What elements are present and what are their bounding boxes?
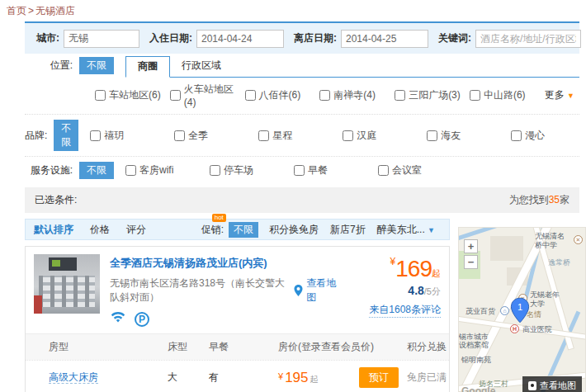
hotel-address: 无锡市南长区清名路318号（南长交警大队斜对面） xyxy=(110,276,286,305)
promo-newstore-30off[interactable]: 新店7折 xyxy=(330,223,366,237)
hotel-name-link[interactable]: 全季酒店无锡清扬路茂业店(内宾) xyxy=(110,256,338,271)
brand-option[interactable]: 禧玥 xyxy=(90,129,174,143)
option-label: 三阳广场(3) xyxy=(409,88,461,102)
header-room-type: 房型 xyxy=(26,340,168,354)
hotel-score: 4.8/5分 xyxy=(338,284,441,298)
brand-filter-row: 品牌: 不限 禧玥 全季 星程 汉庭 海友 漫心 xyxy=(25,114,579,156)
facility-any-chip[interactable]: 不限 xyxy=(79,162,114,179)
hot-badge: hot xyxy=(212,214,226,222)
room-row: 高级大床房 大 有 ¥195起 预订 免房已满 xyxy=(26,360,449,392)
sort-default[interactable]: 默认排序 xyxy=(34,223,73,237)
brand-option[interactable]: 星程 xyxy=(258,129,343,143)
map-label-mall: 茂业百货 xyxy=(465,307,495,316)
facility-label: 服务设施: xyxy=(25,163,73,177)
mini-map[interactable]: + − 无锡清名桥中学 ✕ 逸常桥 ✕ 无锡老年大学 茂业百货 ⌂ 名情 H 商… xyxy=(458,227,586,392)
checkbox[interactable] xyxy=(125,165,136,176)
checkbox[interactable] xyxy=(210,165,220,176)
checkbox[interactable] xyxy=(245,90,256,101)
map-icon xyxy=(528,381,536,390)
brand-option[interactable]: 汉庭 xyxy=(343,129,427,143)
tab-business-zone[interactable]: 商圈 xyxy=(125,56,170,78)
option-label: 全季 xyxy=(188,129,208,143)
view-map-button[interactable]: 查看地图 xyxy=(522,376,582,392)
location-option[interactable]: 三阳广场(3) xyxy=(395,88,470,102)
option-label: 禧玥 xyxy=(104,129,124,143)
zoom-out-button[interactable]: − xyxy=(464,255,478,269)
breadcrumb-current: 无锡酒店 xyxy=(35,5,75,17)
checkbox[interactable] xyxy=(511,130,522,141)
checkbox[interactable] xyxy=(470,90,480,101)
reviews-link[interactable]: 来自1608条评论 xyxy=(369,303,441,318)
keyword-input[interactable] xyxy=(475,30,581,48)
checkbox[interactable] xyxy=(95,90,106,101)
location-label: 位置: xyxy=(25,59,73,73)
map-label-school1: 无锡清名桥中学 xyxy=(535,232,565,250)
location-option[interactable]: 南禅寺(4) xyxy=(319,88,395,102)
option-label: 会议室 xyxy=(392,163,422,177)
breadcrumb: 首页>无锡酒店 xyxy=(0,0,586,21)
brand-any-chip[interactable]: 不限 xyxy=(54,120,78,151)
header-price: 房价(登录查看会员价) xyxy=(257,340,399,354)
redeem-status: 免房已满 xyxy=(399,371,449,385)
checkbox[interactable] xyxy=(174,130,185,141)
brand-option[interactable]: 全季 xyxy=(174,129,258,143)
checkout-input[interactable] xyxy=(341,30,428,48)
facility-option[interactable]: 早餐 xyxy=(294,163,378,177)
book-button[interactable]: 预订 xyxy=(359,367,399,388)
location-option[interactable]: 中山路(6) xyxy=(470,88,545,102)
promo-dropdown[interactable]: 醉美东北... ▼ xyxy=(377,223,435,237)
checkbox[interactable] xyxy=(294,165,305,176)
header-redeem: 积分兑换 xyxy=(399,340,449,354)
hotel-price: ¥169起 xyxy=(338,256,441,282)
selected-conditions-label: 已选条件: xyxy=(35,193,77,207)
sort-price[interactable]: 价格 xyxy=(90,223,110,237)
facility-option[interactable]: 停车场 xyxy=(210,163,294,177)
sort-bar: 默认排序 价格 评分 hot 促销: 不限 积分换免房 新店7折 醉美东北...… xyxy=(25,219,450,240)
brand-option[interactable]: 漫心 xyxy=(511,129,586,143)
location-option[interactable]: 车站地区(6) xyxy=(95,88,170,102)
checkbox[interactable] xyxy=(343,130,353,141)
promo-points-free[interactable]: 积分换免房 xyxy=(269,223,319,237)
view-map-link[interactable]: 查看地图 xyxy=(306,276,338,305)
hotel-card: 全季酒店无锡清扬路茂业店(内宾) 无锡市南长区清名路318号（南长交警大队斜对面… xyxy=(25,246,450,392)
location-option[interactable]: 火车站地区(4) xyxy=(170,83,245,108)
keyword-label: 关键词: xyxy=(438,31,471,45)
filters-panel: 位置: 不限 商圈 行政区域 车站地区(6) 火车站地区(4) 八佰伴(6) 南… xyxy=(25,54,579,184)
map-pin-marker[interactable]: 1 xyxy=(510,297,530,326)
checkbox[interactable] xyxy=(170,90,181,101)
checkbox[interactable] xyxy=(378,165,389,176)
map-zoom-control: + − xyxy=(464,239,478,269)
checkbox[interactable] xyxy=(427,130,437,141)
city-input[interactable] xyxy=(64,30,139,48)
breakfast: 有 xyxy=(209,371,257,385)
hotel-photo[interactable] xyxy=(34,254,100,314)
room-table-header: 房型 床型 早餐 房价(登录查看会员价) 积分兑换 xyxy=(26,333,449,360)
zoom-in-button[interactable]: + xyxy=(464,239,478,253)
option-label: 南禅寺(4) xyxy=(333,88,376,102)
map-label-archive2: 设档案馆 xyxy=(459,341,489,350)
school-icon: ✕ xyxy=(574,235,583,244)
promo-any-chip[interactable]: 不限 xyxy=(229,222,258,238)
checkin-label: 入住日期: xyxy=(149,31,192,45)
breadcrumb-home[interactable]: 首页 xyxy=(7,5,26,17)
breadcrumb-separator: > xyxy=(28,5,34,17)
promo-label: hot 促销: xyxy=(201,223,224,237)
option-label: 早餐 xyxy=(308,163,328,177)
checkbox[interactable] xyxy=(319,90,330,101)
city-label: 城市: xyxy=(36,31,59,45)
checkbox[interactable] xyxy=(395,90,405,101)
location-any-chip[interactable]: 不限 xyxy=(79,57,114,74)
facility-option[interactable]: 客房wifi xyxy=(125,163,210,177)
sort-score[interactable]: 评分 xyxy=(126,223,146,237)
checkbox[interactable] xyxy=(90,130,101,141)
map-pin-icon xyxy=(294,285,303,296)
tab-district[interactable]: 行政区域 xyxy=(170,56,233,77)
location-option[interactable]: 八佰伴(6) xyxy=(245,88,320,102)
checkin-input[interactable] xyxy=(196,30,284,48)
more-link[interactable]: 更多 ▼ xyxy=(545,88,574,102)
brand-option[interactable]: 海友 xyxy=(427,129,511,143)
facility-option[interactable]: 会议室 xyxy=(378,163,462,177)
results-count: 为您找到35家 xyxy=(509,193,569,207)
checkbox[interactable] xyxy=(258,130,269,141)
room-name-link[interactable]: 高级大床房 xyxy=(49,371,98,384)
